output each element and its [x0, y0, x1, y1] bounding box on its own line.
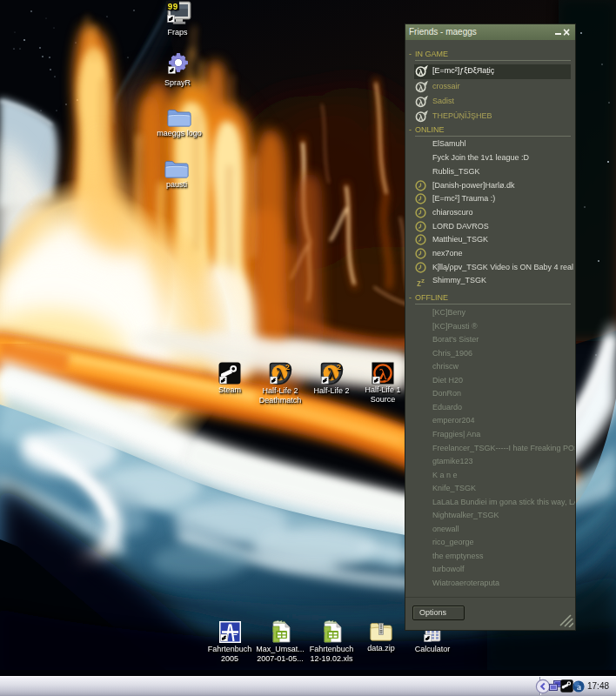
svg-text:λ: λ [379, 365, 387, 383]
svg-text:99: 99 [167, 3, 177, 12]
svg-text:λ: λ [418, 112, 424, 122]
svg-text:λ: λ [418, 83, 424, 92]
svg-text:a: a [577, 682, 581, 692]
svg-text:2: 2 [336, 363, 340, 371]
svg-text:λ: λ [418, 67, 424, 77]
svg-text:2: 2 [285, 363, 289, 371]
svg-text:λ: λ [418, 97, 424, 107]
